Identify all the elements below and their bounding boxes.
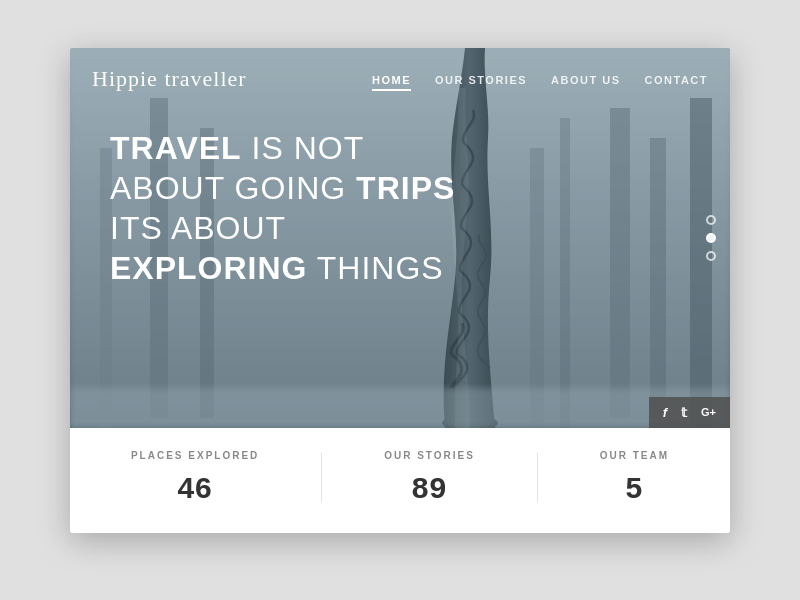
hero-line-3: ITS ABOUT (110, 208, 455, 248)
main-card: Hippie traveller HOME OUR STORIES ABOUT … (70, 48, 730, 533)
nav-item-home[interactable]: HOME (372, 70, 411, 88)
stat-team-label: OUR TEAM (600, 450, 669, 461)
slide-dots (706, 215, 716, 261)
stat-stories-label: OUR STORIES (384, 450, 475, 461)
twitter-icon[interactable]: 𝕥 (681, 405, 687, 420)
facebook-icon[interactable]: f (663, 405, 667, 420)
stat-divider-1 (321, 452, 322, 502)
stat-team: OUR TEAM 5 (600, 450, 669, 505)
stat-team-value: 5 (600, 471, 669, 505)
slide-dot-1[interactable] (706, 215, 716, 225)
stat-places-value: 46 (131, 471, 259, 505)
logo[interactable]: Hippie traveller (92, 66, 372, 92)
stat-places: PLACES EXPLORED 46 (131, 450, 259, 505)
slide-dot-3[interactable] (706, 251, 716, 261)
hero-text: TRAVEL IS NOT ABOUT GOING TRIPS ITS ABOU… (110, 128, 455, 288)
nav-item-stories[interactable]: OUR STORIES (435, 70, 527, 88)
stat-stories: OUR STORIES 89 (384, 450, 475, 505)
hero-section: Hippie traveller HOME OUR STORIES ABOUT … (70, 48, 730, 428)
hero-line-1: TRAVEL IS NOT (110, 128, 455, 168)
slide-dot-2[interactable] (706, 233, 716, 243)
hero-line-4: EXPLORING THINGS (110, 248, 455, 288)
googleplus-icon[interactable]: G+ (701, 406, 716, 418)
stat-stories-value: 89 (384, 471, 475, 505)
navbar: Hippie traveller HOME OUR STORIES ABOUT … (70, 48, 730, 110)
nav-item-contact[interactable]: CONTACT (645, 70, 708, 88)
social-bar: f 𝕥 G+ (649, 397, 730, 428)
nav-item-about[interactable]: ABOUT US (551, 70, 620, 88)
stat-divider-2 (537, 452, 538, 502)
stat-places-label: PLACES EXPLORED (131, 450, 259, 461)
stats-bar: PLACES EXPLORED 46 OUR STORIES 89 OUR TE… (70, 428, 730, 533)
hero-line-2: ABOUT GOING TRIPS (110, 168, 455, 208)
